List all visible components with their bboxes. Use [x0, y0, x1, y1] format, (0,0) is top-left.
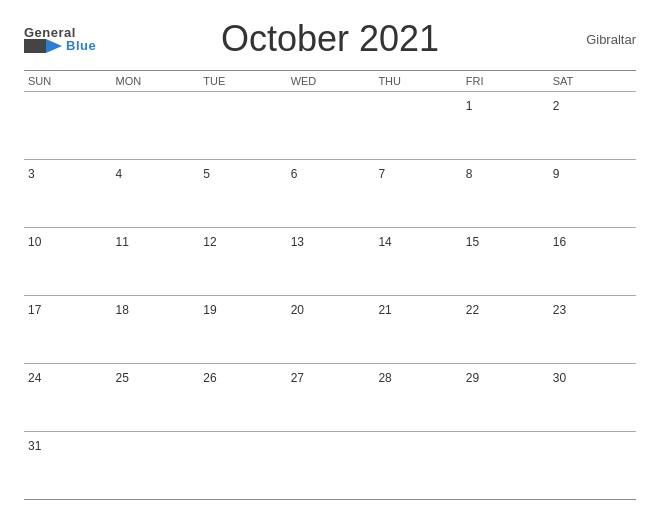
day-header-wed: WED	[287, 71, 375, 92]
day-header-sun: SUN	[24, 71, 112, 92]
week-row: 24252627282930	[24, 364, 636, 432]
calendar-wrapper: General Blue October 2021 Gibraltar SUN …	[0, 0, 660, 510]
calendar-cell: 20	[287, 296, 375, 364]
calendar-cell: 18	[112, 296, 200, 364]
calendar-cell: 7	[374, 160, 461, 228]
calendar-cell: 28	[374, 364, 461, 432]
day-header-fri: FRI	[462, 71, 549, 92]
calendar-cell: 5	[199, 160, 286, 228]
calendar-cell: 16	[549, 228, 636, 296]
logo: General Blue	[24, 25, 114, 53]
calendar-cell	[112, 92, 200, 160]
calendar-cell: 27	[287, 364, 375, 432]
calendar-cell: 8	[462, 160, 549, 228]
calendar-cell	[374, 92, 461, 160]
calendar-cell: 9	[549, 160, 636, 228]
week-row: 10111213141516	[24, 228, 636, 296]
calendar-cell: 25	[112, 364, 200, 432]
calendar-cell: 29	[462, 364, 549, 432]
day-number: 25	[116, 371, 129, 385]
calendar-cell: 1	[462, 92, 549, 160]
day-number: 10	[28, 235, 41, 249]
svg-marker-0	[24, 39, 46, 53]
calendar-cell: 22	[462, 296, 549, 364]
day-number: 1	[466, 99, 473, 113]
day-number: 19	[203, 303, 216, 317]
day-number: 29	[466, 371, 479, 385]
logo-blue: Blue	[66, 38, 96, 53]
day-number: 13	[291, 235, 304, 249]
calendar-cell: 19	[199, 296, 286, 364]
calendar-cell: 2	[549, 92, 636, 160]
calendar-cell: 6	[287, 160, 375, 228]
calendar-cell	[287, 432, 375, 500]
calendar-cell: 21	[374, 296, 461, 364]
calendar-cell: 11	[112, 228, 200, 296]
day-number: 8	[466, 167, 473, 181]
calendar-cell: 14	[374, 228, 461, 296]
calendar-cell	[287, 92, 375, 160]
day-number: 14	[378, 235, 391, 249]
day-number: 21	[378, 303, 391, 317]
calendar-cell: 24	[24, 364, 112, 432]
calendar-cell	[199, 92, 286, 160]
day-number: 27	[291, 371, 304, 385]
day-number: 6	[291, 167, 298, 181]
days-header-row: SUN MON TUE WED THU FRI SAT	[24, 71, 636, 92]
day-number: 15	[466, 235, 479, 249]
calendar-cell: 31	[24, 432, 112, 500]
day-number: 12	[203, 235, 216, 249]
week-row: 12	[24, 92, 636, 160]
calendar-cell	[374, 432, 461, 500]
calendar-cell: 10	[24, 228, 112, 296]
day-number: 4	[116, 167, 123, 181]
day-number: 24	[28, 371, 41, 385]
calendar-cell	[112, 432, 200, 500]
day-number: 5	[203, 167, 210, 181]
calendar-title: October 2021	[114, 18, 546, 60]
day-number: 22	[466, 303, 479, 317]
calendar-cell: 3	[24, 160, 112, 228]
day-number: 18	[116, 303, 129, 317]
calendar-table: SUN MON TUE WED THU FRI SAT 123456789101…	[24, 70, 636, 500]
calendar-cell: 4	[112, 160, 200, 228]
day-header-tue: TUE	[199, 71, 286, 92]
calendar-cell: 26	[199, 364, 286, 432]
day-number: 7	[378, 167, 385, 181]
day-number: 2	[553, 99, 560, 113]
day-header-mon: MON	[112, 71, 200, 92]
day-number: 31	[28, 439, 41, 453]
day-number: 30	[553, 371, 566, 385]
day-number: 20	[291, 303, 304, 317]
week-row: 17181920212223	[24, 296, 636, 364]
logo-bottom: Blue	[24, 38, 96, 53]
day-header-sat: SAT	[549, 71, 636, 92]
day-number: 23	[553, 303, 566, 317]
day-number: 16	[553, 235, 566, 249]
day-number: 3	[28, 167, 35, 181]
calendar-cell	[549, 432, 636, 500]
calendar-cell: 17	[24, 296, 112, 364]
calendar-cell: 12	[199, 228, 286, 296]
logo-flag-icon	[24, 39, 62, 53]
week-row: 3456789	[24, 160, 636, 228]
calendar-cell: 30	[549, 364, 636, 432]
day-number: 9	[553, 167, 560, 181]
calendar-cell: 23	[549, 296, 636, 364]
calendar-cell	[24, 92, 112, 160]
calendar-body: 1234567891011121314151617181920212223242…	[24, 92, 636, 500]
calendar-cell: 15	[462, 228, 549, 296]
calendar-cell	[462, 432, 549, 500]
svg-marker-1	[46, 39, 62, 53]
calendar-header: General Blue October 2021 Gibraltar	[24, 18, 636, 60]
day-number: 26	[203, 371, 216, 385]
calendar-cell: 13	[287, 228, 375, 296]
week-row: 31	[24, 432, 636, 500]
calendar-cell	[199, 432, 286, 500]
day-number: 11	[116, 235, 129, 249]
day-header-thu: THU	[374, 71, 461, 92]
day-number: 28	[378, 371, 391, 385]
day-number: 17	[28, 303, 41, 317]
region-label: Gibraltar	[546, 32, 636, 47]
